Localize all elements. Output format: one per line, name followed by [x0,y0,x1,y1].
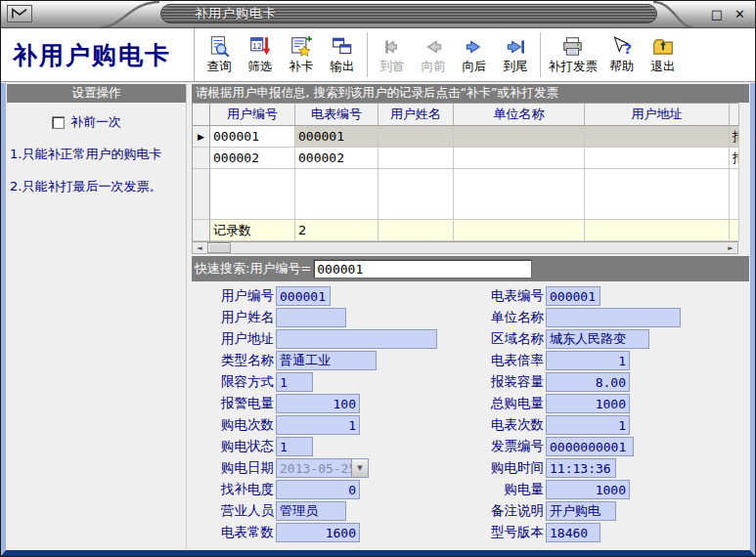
toolbar-button-reissue-card[interactable]: 补卡 [281,34,322,76]
grid-cell [210,169,295,220]
grid-cell[interactable] [585,148,730,169]
toolbar-button-last[interactable]: 到尾 [495,34,536,76]
form-field-remark[interactable]: 开户购电 [546,501,616,521]
toolbar-button-label: 到尾 [504,59,528,75]
row-indicator-cell [193,104,210,126]
form-label-alarm-energy: 报警电量 [194,395,274,412]
record-count-label: 记录数 [210,220,295,241]
grid-cell[interactable] [454,126,585,148]
scroll-right-arrow-icon[interactable]: ► [724,242,737,253]
grid-cell[interactable] [378,148,454,169]
toolbar-separator [367,32,368,77]
form-label-org-name: 单位名称 [467,309,544,326]
form-field-meter-id[interactable]: 000001 [546,286,600,306]
form-field-purchase-count[interactable]: 1 [276,415,360,435]
window-title-pill: 补用户购电卡 [160,4,657,23]
form-field-limit-mode[interactable]: 1 [276,372,313,392]
form-field-total-energy[interactable]: 1000 [546,394,630,413]
close-button[interactable]: ✕ [734,7,745,21]
form-field-adjust-energy[interactable]: 0 [276,480,360,499]
form-field-alarm-energy[interactable]: 100 [276,394,360,413]
grid-cell[interactable]: 000001 [210,126,295,148]
form-field-operator[interactable]: 管理员 [276,501,346,521]
form-label-total-energy: 总购电量 [467,395,544,412]
reissue-previous-checkbox[interactable]: 补前一次 [52,113,186,131]
form-label-user-name: 用户姓名 [194,309,274,326]
checkbox-icon[interactable] [52,116,65,129]
scroll-thumb[interactable] [207,242,231,253]
toolbar-button-filter[interactable]: 12筛选 [240,34,281,76]
chevron-down-icon[interactable]: ▼ [351,459,368,477]
form-field-user-id[interactable]: 000001 [276,286,331,306]
form-label-purchase-count: 购电次数 [194,416,274,434]
form-field-user-address[interactable] [276,329,437,349]
form-field-purchase-status[interactable]: 1 [276,437,313,456]
row-indicator-icon: ▶ [193,126,210,148]
grid-cell[interactable]: 报 [730,126,739,148]
grid-cell[interactable] [378,126,454,148]
form-field-region-name[interactable]: 城东人民路变 [546,329,649,349]
grid-header-user-address: 用户地址 [585,104,730,126]
form-field-type-name[interactable]: 普通工业 [276,351,377,370]
form-label-region-name: 区域名称 [467,330,544,348]
form-label-purchase-status: 购电状态 [194,438,274,455]
grid-cell [454,169,585,220]
toolbar-button-query[interactable]: 查询 [199,34,240,76]
sidebar-note-2: 2.只能补打最后一次发票。 [10,178,186,195]
form-field-org-name[interactable] [546,308,681,327]
grid-header-user-id: 用户编号 [210,104,295,126]
row-indicator-cell [193,220,210,241]
grid-footer-row: 记录数2 [193,220,738,241]
toolbar-button-first: 到首 [372,34,413,76]
form-field-installed-capacity[interactable]: 8.00 [546,372,630,392]
form-field-invoice-no[interactable]: 0000000001 [546,437,634,456]
form-field-purchase-time[interactable]: 11:13:36 [546,458,616,478]
grid-cell[interactable]: 000002 [295,148,378,169]
scroll-left-arrow-icon[interactable]: ◄ [193,242,206,253]
grid-row[interactable]: ▶000001000001报 [193,126,738,148]
user-grid: 用户编号电表编号用户姓名单位名称用户地址▶000001000001报000002… [192,103,738,241]
toolbar-button-label: 输出 [331,59,355,75]
toolbar-button-label: 筛选 [248,59,273,75]
toolbar-button-label: 到首 [380,59,405,75]
grid-cell[interactable] [454,148,585,169]
form-field-purchase-energy[interactable]: 1000 [546,480,630,499]
form-field-meter-constant[interactable]: 1600 [276,523,360,542]
grid-cell [295,169,378,220]
quick-search-input[interactable] [313,259,532,278]
app-logo-icon [7,5,32,22]
grid-cell[interactable]: 报 [730,148,739,169]
h-scrollbar[interactable]: ◄ ► [192,241,738,254]
maximize-button[interactable]: □ [711,7,723,21]
grid-cell[interactable]: 000001 [295,126,378,148]
form-field-meter-ratio[interactable]: 1 [546,351,630,370]
sidebar-note-1: 1.只能补正常用户的购电卡 [10,146,186,163]
detail-form: 用户编号000001电表编号000001用户姓名单位名称用户地址区域名称城东人民… [192,285,749,543]
toolbar-button-output[interactable]: 输出 [322,34,363,76]
toolbar-button-label: 补打发票 [549,59,598,75]
record-count-value: 2 [295,220,378,241]
form-label-adjust-energy: 找补电度 [194,481,274,498]
prev-icon [422,35,445,59]
grid-cell [585,220,730,241]
toolbar-button-exit[interactable]: 退出 [643,34,684,76]
grid-cell[interactable]: 000002 [210,148,295,169]
grid-cell [378,169,454,220]
toolbar-button-reprint-invoice[interactable]: 补打发票 [545,34,601,76]
form-field-model-version[interactable]: 18460 [546,523,600,542]
combo-value: 2013-05-25 [277,461,351,476]
form-field-meter-count[interactable]: 1 [546,415,630,435]
grid-row[interactable]: 000002000002报 [193,148,738,169]
grid-header-org-name: 单位名称 [454,104,585,126]
header: 补用户购电卡 查询12筛选补卡输出到首向前向后到尾补打发票?帮助退出 [1,28,755,82]
form-field-user-name[interactable] [276,308,346,327]
toolbar-button-help[interactable]: ?帮助 [601,34,643,76]
grid-cell[interactable] [585,126,730,148]
form-field-purchase-date-combo[interactable]: 2013-05-25▼ [276,458,369,478]
form-label-invoice-no: 发票编号 [467,438,544,455]
toolbar-separator [540,32,541,77]
grid-cell [730,169,739,220]
form-label-remark: 备注说明 [467,502,544,520]
toolbar-button-next[interactable]: 向后 [454,34,495,76]
form-label-meter-id: 电表编号 [467,287,544,305]
